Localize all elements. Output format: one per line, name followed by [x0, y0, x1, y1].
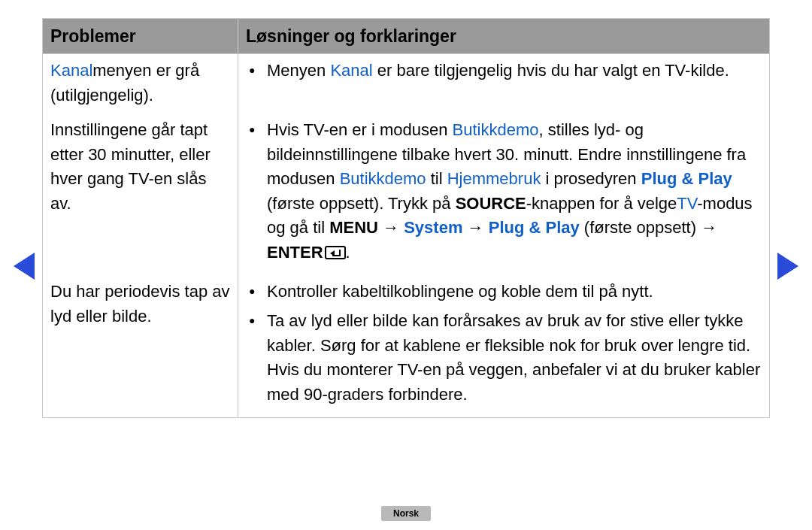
solution-cell: Hvis TV-en er i modusen Butikkdemo, stil… [238, 114, 770, 275]
text-segment: Du har periodevis tap av lyd eller bilde… [50, 282, 229, 326]
header-problems: Problemer [43, 19, 238, 54]
text-segment: Plug & Play [641, 169, 732, 188]
solution-cell: Menyen Kanal er bare tilgjengelig hvis d… [238, 54, 770, 114]
table-row: Du har periodevis tap av lyd eller bilde… [43, 275, 770, 417]
text-segment: MENU [329, 218, 378, 237]
problem-cell: Du har periodevis tap av lyd eller bilde… [43, 275, 238, 417]
text-segment: System [404, 218, 462, 237]
solution-list: Hvis TV-en er i modusen Butikkdemo, stil… [246, 118, 762, 265]
solution-item: Hvis TV-en er i modusen Butikkdemo, stil… [246, 118, 762, 265]
solution-item: Kontroller kabeltilkoblingene og koble d… [246, 280, 762, 304]
solution-item: Ta av lyd eller bilde kan forårsakes av … [246, 309, 762, 407]
next-page-arrow-icon[interactable] [777, 253, 798, 280]
solution-item: Menyen Kanal er bare tilgjengelig hvis d… [246, 59, 762, 83]
text-segment: Butikkdemo [340, 169, 426, 188]
problem-cell: Kanalmenyen er grå (utilgjengelig). [43, 54, 238, 114]
text-segment: TV [677, 194, 697, 213]
text-segment: (første oppsett). Trykk på [267, 194, 456, 213]
text-segment: er bare tilgjengelig hvis du har valgt e… [373, 61, 729, 80]
text-segment: Ta av lyd eller bilde kan forårsakes av … [267, 311, 760, 404]
header-solutions: Løsninger og forklaringer [238, 19, 770, 54]
problem-cell: Innstillingene går tapt etter 30 minutte… [43, 114, 238, 275]
text-segment: . [346, 243, 350, 262]
text-segment: Hvis TV-en er i modusen [267, 120, 453, 139]
text-segment: Innstillingene går tapt etter 30 minutte… [50, 120, 211, 213]
troubleshooting-table: Problemer Løsninger og forklaringer Kana… [42, 18, 770, 418]
solution-cell: Kontroller kabeltilkoblingene og koble d… [238, 275, 770, 417]
text-segment: ENTER [267, 243, 323, 262]
text-segment: Menyen [267, 61, 330, 80]
table-header-row: Problemer Løsninger og forklaringer [43, 19, 770, 54]
language-badge: Norsk [381, 506, 431, 521]
text-segment: i prosedyren [541, 169, 641, 188]
text-segment: (første oppsett) → [580, 218, 717, 237]
text-segment: → [378, 218, 404, 237]
table-row: Kanalmenyen er grå (utilgjengelig).Menye… [43, 54, 770, 114]
text-segment: Plug & Play [489, 218, 580, 237]
text-segment: Butikkdemo [453, 120, 539, 139]
enter-icon [325, 246, 346, 259]
text-segment: Kanal [50, 61, 92, 80]
text-segment: Hjemmebruk [447, 169, 541, 188]
solution-list: Menyen Kanal er bare tilgjengelig hvis d… [246, 59, 762, 83]
table-row: Innstillingene går tapt etter 30 minutte… [43, 114, 770, 275]
text-segment: Kontroller kabeltilkoblingene og koble d… [267, 282, 653, 301]
text-segment: -knappen for å velge [526, 194, 677, 213]
text-segment: SOURCE [456, 194, 526, 213]
solution-list: Kontroller kabeltilkoblingene og koble d… [246, 280, 762, 407]
text-segment: til [426, 169, 447, 188]
prev-page-arrow-icon[interactable] [14, 253, 35, 280]
text-segment: Kanal [330, 61, 372, 80]
text-segment: → [462, 218, 488, 237]
